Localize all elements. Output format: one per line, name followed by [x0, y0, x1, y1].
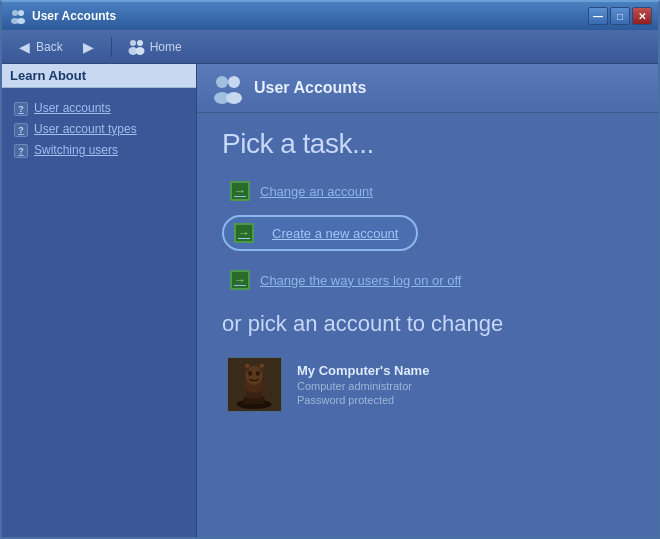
or-pick-heading: or pick an account to change: [222, 311, 633, 337]
svg-point-2: [18, 10, 24, 16]
account-name-0: My Computer's Name: [297, 363, 429, 378]
account-status-0: Password protected: [297, 394, 429, 406]
forward-arrow-icon: ▶: [81, 39, 97, 55]
pick-task-heading: Pick a task...: [222, 128, 633, 160]
maximize-button[interactable]: □: [610, 7, 630, 25]
task-create-account[interactable]: Create a new account: [222, 215, 418, 251]
titlebar-left: User Accounts: [10, 8, 116, 24]
task-label-create-account: Create a new account: [272, 226, 398, 241]
arrow-icon-1: [230, 181, 250, 201]
svg-point-10: [228, 76, 240, 88]
minimize-button[interactable]: —: [588, 7, 608, 25]
arrow-icon-2: [234, 223, 254, 243]
main-panel: User Accounts Pick a task... Change an a…: [197, 64, 658, 537]
home-label: Home: [150, 40, 182, 54]
window-icon: [10, 8, 26, 24]
forward-button[interactable]: ▶: [75, 36, 103, 58]
account-avatar-image: [228, 357, 281, 412]
svg-point-7: [135, 47, 144, 55]
toolbar: ◀ Back ▶ Home: [2, 30, 658, 64]
main-header-title: User Accounts: [254, 79, 366, 97]
sidebar-item-user-accounts[interactable]: ? User accounts: [12, 98, 186, 119]
main-header-icon: [212, 72, 244, 104]
sidebar-label-user-account-types: User account types: [34, 122, 137, 136]
back-label: Back: [36, 40, 63, 54]
home-icon: [126, 38, 146, 56]
back-button[interactable]: ◀ Back: [10, 36, 69, 58]
titlebar: User Accounts — □ ✕: [2, 2, 658, 30]
svg-point-19: [256, 371, 260, 376]
svg-point-11: [226, 92, 242, 104]
help-icon-1: ?: [14, 102, 28, 116]
account-type-0: Computer administrator: [297, 380, 429, 392]
task-change-logon[interactable]: Change the way users log on or off: [222, 264, 633, 296]
sidebar-item-user-account-types[interactable]: ? User account types: [12, 119, 186, 140]
home-button[interactable]: Home: [120, 35, 188, 59]
svg-point-8: [216, 76, 228, 88]
account-item-0[interactable]: My Computer's Name Computer administrato…: [222, 352, 633, 417]
help-icon-2: ?: [14, 123, 28, 137]
sidebar-item-switching-users[interactable]: ? Switching users: [12, 140, 186, 161]
svg-point-4: [130, 40, 136, 46]
svg-point-6: [137, 40, 143, 46]
close-button[interactable]: ✕: [632, 7, 652, 25]
main-body: Pick a task... Change an account Create …: [197, 113, 658, 537]
window-title: User Accounts: [32, 9, 116, 23]
task-change-account[interactable]: Change an account: [222, 175, 633, 207]
content-area: Learn About ? User accounts ? User accou…: [2, 64, 658, 537]
main-header: User Accounts: [197, 64, 658, 113]
svg-point-23: [259, 364, 264, 368]
main-window: User Accounts — □ ✕ ◀ Back ▶ Home: [0, 0, 660, 539]
account-avatar-0: [227, 357, 282, 412]
sidebar-heading: Learn About: [2, 64, 196, 88]
svg-point-3: [17, 18, 25, 24]
svg-point-22: [245, 364, 250, 368]
arrow-icon-3: [230, 270, 250, 290]
sidebar-label-user-accounts: User accounts: [34, 101, 111, 115]
account-info-0: My Computer's Name Computer administrato…: [297, 363, 429, 406]
task-label-change-account: Change an account: [260, 184, 373, 199]
titlebar-buttons: — □ ✕: [588, 7, 652, 25]
back-arrow-icon: ◀: [16, 39, 32, 55]
sidebar-label-switching-users: Switching users: [34, 143, 118, 157]
toolbar-separator: [111, 37, 112, 57]
svg-point-0: [12, 10, 18, 16]
task-label-change-logon: Change the way users log on or off: [260, 273, 461, 288]
sidebar: Learn About ? User accounts ? User accou…: [2, 64, 197, 537]
svg-point-18: [248, 371, 252, 376]
help-icon-3: ?: [14, 144, 28, 158]
